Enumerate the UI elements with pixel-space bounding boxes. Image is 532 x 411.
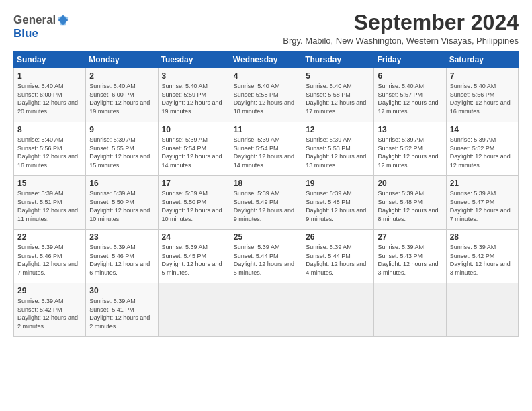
day-info: Sunrise: 5:39 AM Sunset: 5:41 PM Dayligh… [89,297,154,330]
day-info: Sunrise: 5:39 AM Sunset: 5:48 PM Dayligh… [378,189,442,223]
day-info: Sunrise: 5:39 AM Sunset: 5:54 PM Dayligh… [162,136,226,169]
day-number: 25 [234,232,298,242]
calendar-cell: 26 Sunrise: 5:39 AM Sunset: 5:44 PM Dayl… [302,230,374,283]
calendar-cell: 12 Sunrise: 5:39 AM Sunset: 5:53 PM Dayl… [302,122,374,176]
day-info: Sunrise: 5:39 AM Sunset: 5:52 PM Dayligh… [378,136,442,169]
day-header-wednesday: Wednesday [230,52,302,68]
day-number: 18 [234,179,298,188]
calendar-cell: 3 Sunrise: 5:40 AM Sunset: 5:59 PM Dayli… [158,68,230,122]
day-number: 7 [450,71,515,81]
day-info: Sunrise: 5:40 AM Sunset: 5:58 PM Dayligh… [306,82,370,116]
title-block: September 2024 Brgy. Mabilo, New Washing… [283,11,519,46]
day-number: 1 [17,71,82,81]
calendar-cell: 29 Sunrise: 5:39 AM Sunset: 5:42 PM Dayl… [14,283,86,337]
calendar-cell: 13 Sunrise: 5:39 AM Sunset: 5:52 PM Dayl… [374,122,446,176]
calendar-cell: 24 Sunrise: 5:39 AM Sunset: 5:45 PM Dayl… [158,230,230,283]
calendar-cell [374,283,446,337]
day-info: Sunrise: 5:39 AM Sunset: 5:45 PM Dayligh… [162,243,226,277]
logo-blue-text: Blue [13,27,38,40]
day-number: 26 [306,232,370,242]
day-info: Sunrise: 5:40 AM Sunset: 5:59 PM Dayligh… [162,82,226,116]
calendar-cell: 4 Sunrise: 5:40 AM Sunset: 5:58 PM Dayli… [230,68,302,122]
calendar-cell [158,283,230,337]
day-number: 3 [162,71,226,81]
day-number: 29 [17,286,82,295]
day-header-sunday: Sunday [14,52,86,68]
day-number: 9 [89,125,154,134]
day-number: 20 [378,179,442,188]
day-number: 22 [17,232,82,242]
day-info: Sunrise: 5:39 AM Sunset: 5:50 PM Dayligh… [162,189,226,223]
calendar-cell: 5 Sunrise: 5:40 AM Sunset: 5:58 PM Dayli… [302,68,374,122]
day-number: 4 [234,71,298,81]
logo-general-text: General [13,13,56,27]
calendar-cell [446,283,518,337]
day-info: Sunrise: 5:39 AM Sunset: 5:48 PM Dayligh… [306,189,370,223]
day-info: Sunrise: 5:39 AM Sunset: 5:52 PM Dayligh… [450,136,515,169]
calendar-week-row: 15 Sunrise: 5:39 AM Sunset: 5:51 PM Dayl… [14,176,519,230]
day-number: 5 [306,71,370,81]
location-subtitle: Brgy. Mabilo, New Washington, Western Vi… [283,36,519,46]
calendar-cell: 16 Sunrise: 5:39 AM Sunset: 5:50 PM Dayl… [86,176,158,230]
day-number: 16 [89,179,154,188]
calendar-cell: 19 Sunrise: 5:39 AM Sunset: 5:48 PM Dayl… [302,176,374,230]
day-info: Sunrise: 5:39 AM Sunset: 5:49 PM Dayligh… [234,189,298,223]
calendar-cell: 6 Sunrise: 5:40 AM Sunset: 5:57 PM Dayli… [374,68,446,122]
calendar-cell: 9 Sunrise: 5:39 AM Sunset: 5:55 PM Dayli… [86,122,158,176]
day-info: Sunrise: 5:40 AM Sunset: 6:00 PM Dayligh… [17,82,82,116]
page: General Blue September 2024 Brgy. Mabilo… [0,0,532,344]
day-info: Sunrise: 5:39 AM Sunset: 5:42 PM Dayligh… [17,297,82,330]
svg-marker-1 [58,15,68,25]
day-number: 14 [450,125,515,134]
day-number: 13 [378,125,442,134]
calendar-cell: 15 Sunrise: 5:39 AM Sunset: 5:51 PM Dayl… [14,176,86,230]
calendar-cell: 10 Sunrise: 5:39 AM Sunset: 5:54 PM Dayl… [158,122,230,176]
logo-icon [57,14,69,26]
calendar-cell: 11 Sunrise: 5:39 AM Sunset: 5:54 PM Dayl… [230,122,302,176]
day-header-monday: Monday [86,52,158,68]
day-number: 15 [17,179,82,188]
day-info: Sunrise: 5:39 AM Sunset: 5:54 PM Dayligh… [234,136,298,169]
calendar-cell: 25 Sunrise: 5:39 AM Sunset: 5:44 PM Dayl… [230,230,302,283]
calendar-cell: 1 Sunrise: 5:40 AM Sunset: 6:00 PM Dayli… [14,68,86,122]
calendar-cell: 14 Sunrise: 5:39 AM Sunset: 5:52 PM Dayl… [446,122,518,176]
day-info: Sunrise: 5:39 AM Sunset: 5:42 PM Dayligh… [450,243,515,277]
day-header-saturday: Saturday [446,52,518,68]
day-number: 27 [378,232,442,242]
day-header-thursday: Thursday [302,52,374,68]
day-header-friday: Friday [374,52,446,68]
day-info: Sunrise: 5:39 AM Sunset: 5:43 PM Dayligh… [378,243,442,277]
day-number: 12 [306,125,370,134]
day-number: 17 [162,179,226,188]
calendar-cell: 17 Sunrise: 5:39 AM Sunset: 5:50 PM Dayl… [158,176,230,230]
day-info: Sunrise: 5:39 AM Sunset: 5:46 PM Dayligh… [89,243,154,277]
calendar-cell: 7 Sunrise: 5:40 AM Sunset: 5:56 PM Dayli… [446,68,518,122]
day-info: Sunrise: 5:40 AM Sunset: 6:00 PM Dayligh… [89,82,154,116]
day-info: Sunrise: 5:39 AM Sunset: 5:44 PM Dayligh… [234,243,298,277]
calendar-cell: 20 Sunrise: 5:39 AM Sunset: 5:48 PM Dayl… [374,176,446,230]
calendar-cell: 2 Sunrise: 5:40 AM Sunset: 6:00 PM Dayli… [86,68,158,122]
calendar-week-row: 22 Sunrise: 5:39 AM Sunset: 5:46 PM Dayl… [14,230,519,283]
calendar-cell [302,283,374,337]
day-number: 6 [378,71,442,81]
calendar-cell: 22 Sunrise: 5:39 AM Sunset: 5:46 PM Dayl… [14,230,86,283]
day-number: 28 [450,232,515,242]
day-number: 21 [450,179,515,188]
day-number: 30 [89,286,154,295]
day-number: 11 [234,125,298,134]
day-info: Sunrise: 5:39 AM Sunset: 5:51 PM Dayligh… [17,189,82,223]
day-number: 19 [306,179,370,188]
day-number: 8 [17,125,82,134]
day-info: Sunrise: 5:39 AM Sunset: 5:46 PM Dayligh… [17,243,82,277]
month-title: September 2024 [283,11,519,34]
day-number: 24 [162,232,226,242]
calendar-cell: 21 Sunrise: 5:39 AM Sunset: 5:47 PM Dayl… [446,176,518,230]
day-info: Sunrise: 5:40 AM Sunset: 5:58 PM Dayligh… [234,82,298,116]
day-info: Sunrise: 5:39 AM Sunset: 5:44 PM Dayligh… [306,243,370,277]
calendar-cell [230,283,302,337]
day-info: Sunrise: 5:39 AM Sunset: 5:47 PM Dayligh… [450,189,515,223]
calendar-cell: 23 Sunrise: 5:39 AM Sunset: 5:46 PM Dayl… [86,230,158,283]
logo: General Blue [13,13,69,40]
calendar-cell: 27 Sunrise: 5:39 AM Sunset: 5:43 PM Dayl… [374,230,446,283]
calendar-week-row: 8 Sunrise: 5:40 AM Sunset: 5:56 PM Dayli… [14,122,519,176]
